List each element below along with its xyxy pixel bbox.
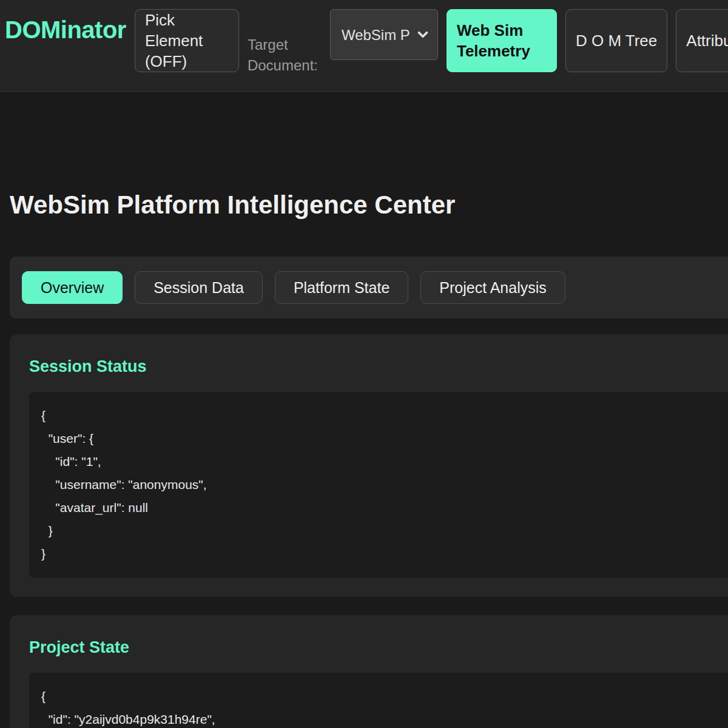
nav-dom-tree-button[interactable]: D O M Tree <box>565 9 667 72</box>
tab-session-data[interactable]: Session Data <box>135 271 263 304</box>
tab-overview[interactable]: Overview <box>22 271 123 304</box>
page: DOMinator Pick Element (OFF) Target Docu… <box>0 0 728 728</box>
tab-platform-state[interactable]: Platform State <box>275 271 408 304</box>
pick-element-button[interactable]: Pick Element (OFF) <box>135 9 239 72</box>
target-document-label: Target Document: <box>248 35 322 75</box>
project-state-json: { "id": "y2aijvd0b4p9k31h94re", <box>29 673 728 728</box>
tab-project-analysis[interactable]: Project Analysis <box>420 271 565 304</box>
session-status-title: Session Status <box>29 357 728 376</box>
nav-attributes-button[interactable]: Attributes <box>676 9 728 72</box>
header-toolbar: DOMinator Pick Element (OFF) Target Docu… <box>0 0 728 92</box>
page-title: WebSim Platform Intelligence Center <box>10 190 728 220</box>
document-select[interactable]: WebSim Platform Intelligence Center <box>330 9 438 60</box>
project-state-card: Project State { "id": "y2aijvd0b4p9k31h9… <box>10 615 728 728</box>
nav-web-sim-telemetry-button[interactable]: Web Sim Telemetry <box>447 9 557 72</box>
tab-bar: Overview Session Data Platform State Pro… <box>10 257 728 318</box>
document-select-wrap: WebSim Platform Intelligence Center <box>330 9 438 60</box>
app-logo: DOMinator <box>5 16 126 44</box>
project-state-title: Project State <box>29 638 728 657</box>
session-status-json: { "user": { "id": "1", "username": "anon… <box>29 392 728 578</box>
main-content: WebSim Platform Intelligence Center Over… <box>0 190 728 728</box>
session-status-card: Session Status { "user": { "id": "1", "u… <box>10 334 728 597</box>
